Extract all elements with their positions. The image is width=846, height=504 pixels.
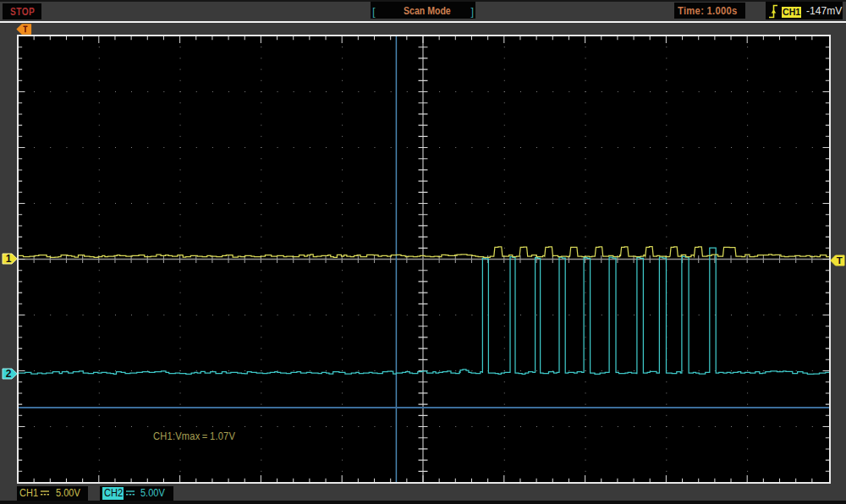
svg-text:2: 2 [6,368,12,380]
svg-text:1: 1 [6,253,12,265]
svg-text:T: T [837,255,843,266]
